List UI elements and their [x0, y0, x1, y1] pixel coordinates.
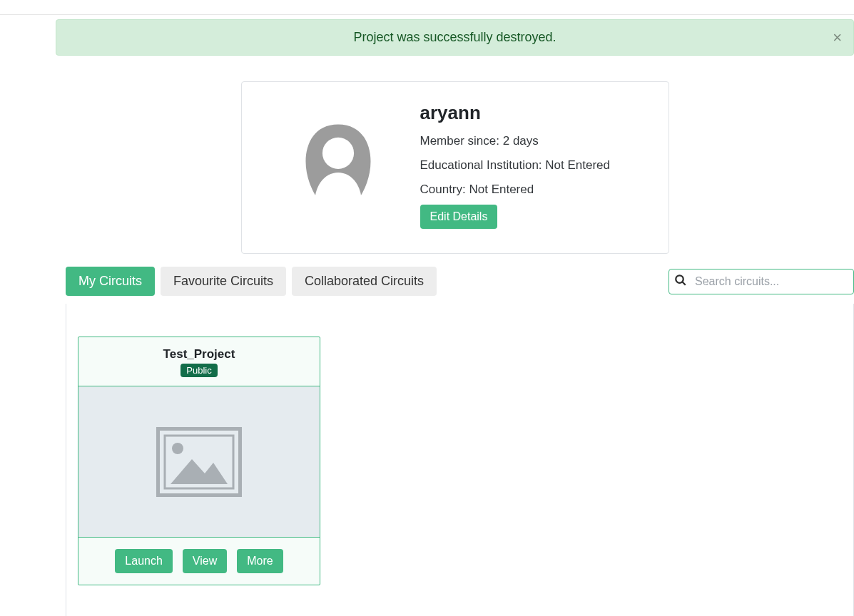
view-button[interactable]: View [183, 549, 227, 573]
tab-favourite-circuits[interactable]: Favourite Circuits [161, 267, 286, 296]
svg-rect-3 [158, 428, 240, 496]
close-icon[interactable]: × [828, 29, 846, 46]
project-actions: Launch View More [78, 538, 320, 585]
project-thumbnail [78, 386, 320, 538]
svg-point-5 [172, 443, 183, 454]
profile-username: aryann [420, 102, 611, 124]
member-since: Member since: 2 days [420, 133, 611, 150]
visibility-badge: Public [181, 364, 217, 377]
tab-my-circuits[interactable]: My Circuits [66, 267, 155, 296]
institution: Educational Institution: Not Entered [420, 157, 611, 174]
project-card: Test_Project Public Launch View More [78, 337, 320, 585]
tab-collaborated-circuits[interactable]: Collaborated Circuits [292, 267, 437, 296]
more-button[interactable]: More [237, 549, 283, 573]
alert-message: Project was successfully destroyed. [353, 30, 556, 44]
edit-details-button[interactable]: Edit Details [420, 205, 498, 229]
search-input[interactable] [669, 269, 854, 294]
svg-point-0 [322, 138, 353, 169]
project-header: Test_Project Public [78, 337, 320, 386]
avatar [292, 102, 385, 233]
profile-info: aryann Member since: 2 days Educational … [420, 102, 611, 229]
project-title: Test_Project [86, 347, 312, 361]
profile-card: aryann Member since: 2 days Educational … [241, 81, 669, 254]
svg-marker-6 [171, 459, 228, 484]
circuits-panel: Test_Project Public Launch View More [66, 304, 854, 616]
search-wrap [669, 269, 854, 294]
svg-point-1 [676, 275, 683, 283]
image-placeholder-icon [156, 427, 242, 497]
search-icon [674, 274, 687, 289]
country: Country: Not Entered [420, 181, 611, 198]
svg-line-2 [682, 282, 686, 285]
launch-button[interactable]: Launch [115, 549, 173, 573]
tabs-row: My Circuits Favourite Circuits Collabora… [56, 267, 854, 296]
success-alert: Project was successfully destroyed. × [56, 19, 854, 56]
